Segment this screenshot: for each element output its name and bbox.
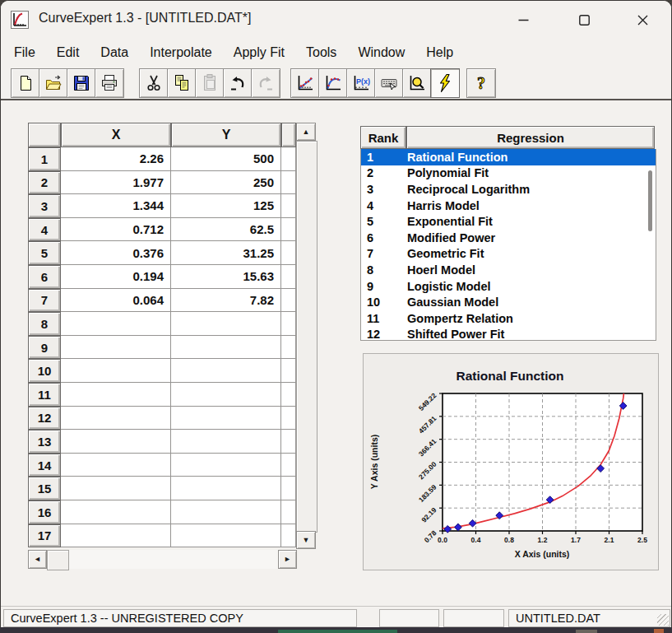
row-header[interactable]: 6 <box>28 265 61 289</box>
cell-x[interactable] <box>61 500 171 524</box>
minimize-button[interactable] <box>504 6 542 34</box>
copy-button[interactable] <box>167 68 197 98</box>
cell-x[interactable]: 0.712 <box>61 218 171 242</box>
regression-item[interactable]: 4Harris Model <box>361 198 656 214</box>
regression-item[interactable]: 7Geometric Fit <box>361 246 656 263</box>
cell-y[interactable]: 62.5 <box>171 218 281 242</box>
cell-x[interactable] <box>61 524 171 548</box>
row-header[interactable]: 10 <box>28 359 61 383</box>
regression-item[interactable]: 3Reciprocal Logarithm <box>361 181 656 198</box>
scroll-up-icon[interactable]: ▲ <box>296 123 316 141</box>
regression-item[interactable]: 12Shifted Power Fit <box>361 327 656 341</box>
menu-tools[interactable]: Tools <box>295 42 347 63</box>
row-header[interactable]: 2 <box>28 171 61 195</box>
menu-data[interactable]: Data <box>90 42 139 63</box>
save-button[interactable] <box>67 68 96 98</box>
scroll-right-icon[interactable]: ► <box>278 550 297 569</box>
cell-y[interactable]: 7.82 <box>171 289 281 313</box>
regression-item[interactable]: 1Rational Function <box>361 149 656 165</box>
chart-panel[interactable]: Rational Function 0.00.40.81.21.72.12.50… <box>363 353 659 570</box>
print-button[interactable] <box>95 68 124 98</box>
regression-scroll-thumb[interactable] <box>648 170 652 231</box>
regression-item[interactable]: 10Gaussian Model <box>361 294 656 310</box>
linear-fit-button[interactable] <box>290 68 320 98</box>
row-header[interactable]: 3 <box>28 194 61 218</box>
regression-item[interactable]: 8Hoerl Model <box>361 262 656 278</box>
cell-y[interactable]: 500 <box>171 147 281 171</box>
vertical-scroll-thumb[interactable] <box>296 141 317 533</box>
menu-interpolate[interactable]: Interpolate <box>139 42 223 63</box>
cell-x[interactable]: 0.064 <box>61 289 171 313</box>
zoom-graph-button[interactable] <box>402 68 432 98</box>
column-header-y[interactable]: Y <box>171 123 281 147</box>
open-button[interactable] <box>39 68 68 98</box>
row-header[interactable]: 17 <box>28 524 61 548</box>
cell-y[interactable] <box>171 312 281 336</box>
cell-x[interactable]: 1.977 <box>61 171 171 195</box>
table-horizontal-scrollbar[interactable]: ◄ ► <box>28 550 297 569</box>
cell-x[interactable]: 0.376 <box>61 241 171 265</box>
new-button[interactable] <box>11 68 40 98</box>
cut-button[interactable] <box>139 68 169 98</box>
scroll-left-icon[interactable]: ◄ <box>28 550 47 569</box>
cell-y[interactable] <box>171 500 281 524</box>
row-header[interactable]: 8 <box>28 312 61 336</box>
user-model-button[interactable] <box>374 68 404 98</box>
row-header[interactable]: 15 <box>28 477 61 500</box>
cell-y[interactable] <box>171 524 281 548</box>
cell-y[interactable] <box>171 430 281 454</box>
regression-item[interactable]: 6Modified Power <box>361 230 656 246</box>
row-header[interactable]: 16 <box>28 500 61 524</box>
cell-y[interactable]: 250 <box>171 171 281 195</box>
title-bar[interactable]: CurveExpert 1.3 - [UNTITLED.DAT*] <box>1 1 671 39</box>
scroll-down-icon[interactable]: ▼ <box>296 531 316 549</box>
curve-finder-button[interactable] <box>430 68 460 98</box>
cell-y[interactable] <box>171 407 281 431</box>
cell-x[interactable] <box>61 312 171 336</box>
cell-x[interactable] <box>61 359 171 383</box>
close-button[interactable] <box>623 6 661 34</box>
cell-y[interactable] <box>171 454 281 477</box>
corner-header-cell[interactable] <box>28 123 61 147</box>
row-header[interactable]: 9 <box>28 336 61 360</box>
cell-x[interactable] <box>61 430 171 454</box>
cell-y[interactable] <box>171 477 281 500</box>
row-header[interactable]: 7 <box>28 289 61 313</box>
cell-x[interactable] <box>61 407 171 431</box>
cell-y[interactable] <box>171 336 281 360</box>
row-header[interactable]: 1 <box>28 147 61 171</box>
resize-grip-icon[interactable] <box>657 614 669 626</box>
row-header[interactable]: 12 <box>28 407 61 431</box>
regression-item[interactable]: 2Polynomial Fit <box>361 165 656 182</box>
regression-item[interactable]: 9Logistic Model <box>361 278 656 295</box>
cell-x[interactable] <box>61 383 171 407</box>
nonlinear-fit-button[interactable] <box>318 68 348 98</box>
menu-apply-fit[interactable]: Apply Fit <box>223 42 295 63</box>
regression-item[interactable]: 5Exponential Fit <box>361 213 656 230</box>
maximize-button[interactable] <box>565 6 603 34</box>
menu-edit[interactable]: Edit <box>46 42 90 63</box>
horizontal-scroll-thumb[interactable] <box>47 550 69 570</box>
row-header[interactable]: 13 <box>28 430 61 454</box>
cell-y[interactable] <box>171 383 281 407</box>
cell-x[interactable]: 2.26 <box>61 147 171 171</box>
polynomial-fit-button[interactable]: P(x) <box>346 68 376 98</box>
menu-help[interactable]: Help <box>415 42 464 63</box>
table-vertical-scrollbar[interactable]: ▲ ▼ <box>296 123 316 549</box>
menu-window[interactable]: Window <box>347 42 415 63</box>
cell-x[interactable] <box>61 477 171 500</box>
column-header-x[interactable]: X <box>61 123 171 147</box>
menu-file[interactable]: File <box>3 42 46 63</box>
undo-button[interactable] <box>223 68 253 98</box>
row-header[interactable]: 14 <box>28 454 61 477</box>
cell-x[interactable]: 1.344 <box>61 194 171 218</box>
regression-item[interactable]: 11Gompertz Relation <box>361 310 656 327</box>
redo-button[interactable] <box>251 68 280 98</box>
paste-button[interactable] <box>195 68 225 98</box>
cell-x[interactable] <box>61 336 171 360</box>
cell-y[interactable]: 125 <box>171 194 281 218</box>
row-header[interactable]: 11 <box>28 383 61 407</box>
row-header[interactable]: 5 <box>28 241 61 265</box>
cell-y[interactable] <box>171 359 281 383</box>
cell-x[interactable]: 0.194 <box>61 265 171 289</box>
